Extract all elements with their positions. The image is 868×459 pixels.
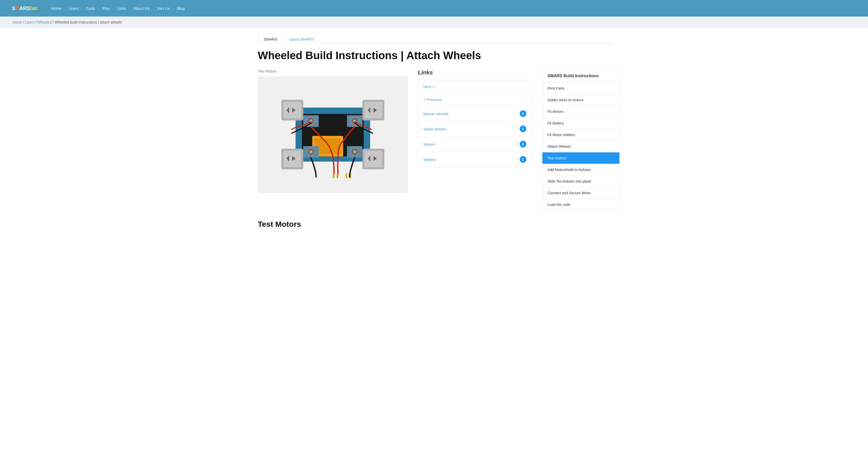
- sidebar-solder-wires[interactable]: Solder wires to motors: [542, 94, 619, 106]
- nav-blog[interactable]: Blog: [177, 6, 185, 10]
- bottom-heading: Test Motors: [258, 220, 610, 229]
- nav-play[interactable]: Play: [102, 6, 110, 10]
- link-previous[interactable]: < Previous: [418, 93, 532, 106]
- sidebar-print-parts[interactable]: Print Parts: [542, 83, 619, 94]
- breadcrumb-home[interactable]: Home: [12, 20, 22, 24]
- badge-battery: 1: [520, 156, 526, 163]
- links-title: Links: [418, 69, 532, 76]
- sidebar-attach-wheels[interactable]: Attach Wheels: [542, 141, 619, 153]
- nav-about[interactable]: About Us: [133, 6, 150, 10]
- badge-slave-wheels: 2: [520, 126, 526, 132]
- link-master-wheels[interactable]: Master wheels 2: [418, 106, 532, 122]
- tabs: SMARS Quad SMARS: [258, 34, 610, 44]
- breadcrumb-wheeled[interactable]: Wheeled: [37, 20, 52, 24]
- image-section: Test Motors: [258, 69, 408, 193]
- svg-rect-4: [315, 138, 341, 154]
- sidebar-fit-motors[interactable]: Fit Motors: [542, 106, 619, 118]
- svg-rect-38: [336, 173, 338, 178]
- sidebar-add-motorshield[interactable]: Add Motorshield to Arduino: [542, 164, 619, 176]
- sidebar-load-code[interactable]: Load the code: [542, 199, 619, 210]
- sidebar: SMARS Build Instructions Print Parts Sol…: [542, 69, 620, 210]
- link-next-anchor[interactable]: Next >: [424, 85, 435, 89]
- link-battery-anchor[interactable]: Battery: [424, 157, 436, 162]
- logo[interactable]: SMARSfan: [12, 5, 37, 11]
- nav-home[interactable]: Home: [51, 6, 62, 10]
- link-master-wheels-anchor[interactable]: Master wheels: [424, 111, 448, 116]
- svg-point-20: [353, 150, 356, 154]
- sidebar-title: SMARS Build Instructions: [542, 69, 619, 83]
- svg-rect-26: [364, 102, 382, 119]
- nav-links[interactable]: Links: [117, 6, 126, 10]
- sidebar-slide-arduino[interactable]: Slide the Arduino into place: [542, 176, 619, 187]
- sidebar-fit-battery[interactable]: Fit Battery: [542, 118, 619, 129]
- links-section: Links Next > < Previous Master wheels 2 …: [418, 69, 532, 167]
- nav-code[interactable]: Code: [86, 6, 95, 10]
- breadcrumb-learn[interactable]: Learn: [25, 20, 34, 24]
- svg-rect-39: [345, 173, 347, 178]
- robot-image: [258, 76, 408, 193]
- nav-join[interactable]: Join Us: [157, 6, 169, 10]
- sidebar-test-motors[interactable]: Test motors: [542, 153, 619, 164]
- link-battery[interactable]: Battery 1: [418, 152, 532, 167]
- main-container: SMARS Quad SMARS Wheeled Build Instructi…: [246, 28, 623, 241]
- svg-rect-37: [333, 173, 334, 178]
- tab-quad-smars[interactable]: Quad SMARS: [283, 34, 320, 44]
- svg-point-16: [309, 150, 312, 154]
- link-slave-wheels[interactable]: Slave wheels 2: [418, 122, 532, 137]
- badge-master-wheels: 2: [520, 110, 526, 117]
- badge-motors: 2: [520, 141, 526, 147]
- link-next[interactable]: Next >: [418, 80, 532, 93]
- sidebar-connect-secure-wires[interactable]: Connect and Secure Wires: [542, 187, 619, 199]
- nav-learn[interactable]: Learn: [69, 6, 79, 10]
- link-motors-anchor[interactable]: Motors: [424, 142, 435, 146]
- link-motors[interactable]: Motors 2: [418, 137, 532, 152]
- breadcrumb: Home / Learn / Wheeled / Wheeled build i…: [0, 17, 868, 28]
- link-previous-anchor[interactable]: < Previous: [424, 97, 442, 102]
- breadcrumb-current: Wheeled build instructions | attach whee…: [55, 20, 122, 24]
- link-slave-wheels-anchor[interactable]: Slave wheels: [424, 127, 446, 131]
- main-nav: SMARSfan Home Learn Code Play Links Abou…: [0, 0, 868, 17]
- svg-rect-34: [364, 151, 382, 167]
- page-title: Wheeled Build Instructions | Attach Whee…: [258, 49, 610, 62]
- links-card: Next > < Previous Master wheels 2 Slave …: [418, 80, 532, 167]
- robot-svg: [258, 77, 407, 192]
- image-label: Test Motors: [258, 69, 408, 73]
- tab-smars[interactable]: SMARS: [258, 34, 283, 44]
- sidebar-fit-motor-holders[interactable]: Fit Motor Holders: [542, 129, 619, 141]
- content-area: Test Motors: [258, 69, 610, 210]
